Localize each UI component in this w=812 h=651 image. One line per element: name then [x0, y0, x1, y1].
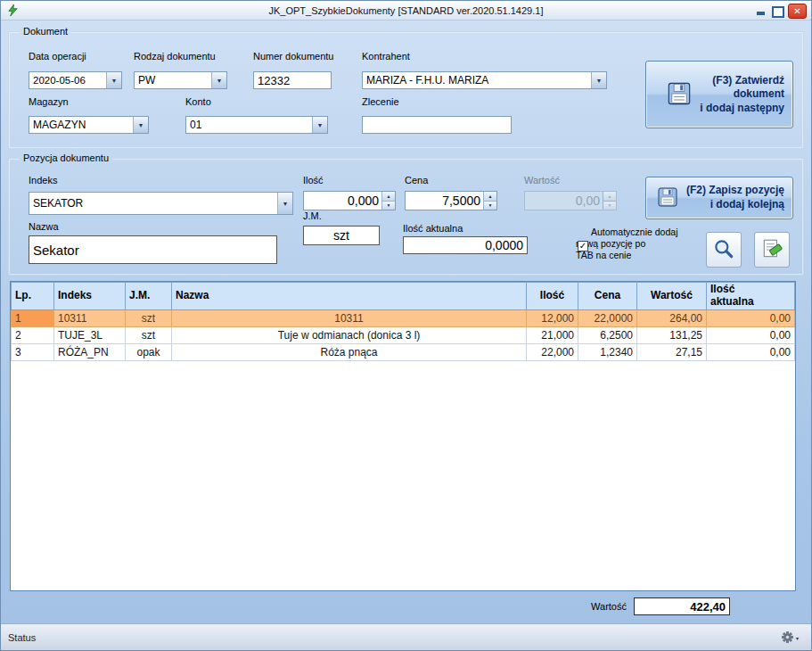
data-operacji-combo[interactable]: 2020-05-06 ▼	[29, 71, 122, 89]
cell-indeks[interactable]: 10311	[54, 309, 126, 326]
magazyn-label: Magazyn	[29, 96, 69, 107]
zlecenie-input[interactable]	[362, 116, 512, 134]
ilosc-spinner[interactable]: 0,000 ▲ ▼	[303, 191, 396, 210]
search-button[interactable]	[706, 232, 742, 268]
indeks-combo[interactable]: SEKATOR ▼	[29, 192, 293, 215]
zapisz-pozycje-button[interactable]: (F2) Zapisz pozycję i dodaj kolejną	[645, 177, 793, 219]
cell-ilosc[interactable]: 21,000	[527, 326, 578, 343]
spin-up-icon: ▲	[603, 192, 616, 201]
chevron-down-icon: ▾	[796, 635, 799, 641]
col-header-wartosc[interactable]: Wartość	[637, 283, 707, 310]
spin-up-icon[interactable]: ▲	[484, 192, 496, 201]
spin-up-icon[interactable]: ▲	[382, 192, 395, 201]
ilosc-aktualna-field: 0,0000	[403, 236, 528, 254]
auto-add-checkbox[interactable]: ✓	[578, 241, 588, 251]
jm-label: J.M.	[303, 210, 322, 221]
gear-icon	[781, 630, 794, 646]
clear-button[interactable]	[754, 232, 790, 268]
chevron-down-icon[interactable]: ▼	[133, 117, 148, 133]
col-header-indeks[interactable]: Indeks	[54, 283, 126, 310]
rodzaj-dokumentu-label: Rodzaj dokumentu	[134, 51, 216, 62]
data-operacji-label: Data operacji	[29, 51, 86, 62]
col-header-ilosc-aktualna[interactable]: Ilość aktualna	[707, 283, 795, 310]
col-header-cena[interactable]: Cena	[578, 283, 637, 310]
cell-wartosc[interactable]: 27,15	[637, 343, 707, 360]
cell-wartosc[interactable]: 264,00	[637, 309, 707, 326]
kontrahent-combo[interactable]: MARIZA - F.H.U. MARIZA ▼	[362, 71, 607, 89]
chevron-down-icon[interactable]: ▼	[106, 72, 121, 88]
cell-lp[interactable]: 2	[12, 326, 54, 343]
save-icon	[667, 81, 692, 109]
cell-ilosc[interactable]: 12,000	[527, 309, 578, 326]
konto-combo[interactable]: 01 ▼	[185, 116, 328, 134]
cell-lp[interactable]: 1	[12, 309, 54, 326]
spin-down-icon: ▼	[603, 201, 616, 210]
minimize-button[interactable]	[754, 4, 768, 18]
ilosc-aktualna-label: Ilość aktualna	[403, 223, 463, 234]
table-row[interactable]: 2TUJE_3LsztTuje w odmianach (donica 3 l)…	[12, 326, 795, 343]
pozycja-groupbox: Pozycja dokumentu Indeks SEKATOR ▼ Ilość…	[8, 158, 804, 276]
close-button[interactable]: ✕	[788, 4, 807, 19]
cell-nazwa[interactable]: Tuje w odmianach (donica 3 l)	[172, 326, 527, 343]
erase-icon	[760, 237, 783, 263]
cell-ilosc[interactable]: 22,000	[527, 343, 578, 360]
cell-jm[interactable]: szt	[126, 309, 172, 326]
chevron-down-icon[interactable]: ▼	[277, 193, 292, 214]
spin-down-icon[interactable]: ▼	[382, 201, 395, 210]
cena-value[interactable]: 7,5000	[406, 192, 483, 210]
ilosc-label: Ilość	[303, 175, 324, 185]
col-header-nazwa[interactable]: Nazwa	[172, 283, 527, 310]
window-title: JK_OPT_SzybkieDokumenty [STANDARD ver.20…	[1, 5, 811, 16]
maximize-button[interactable]	[772, 6, 784, 18]
cell-ilosc-aktualna[interactable]: 0,00	[707, 309, 795, 326]
cell-cena[interactable]: 6,2500	[578, 326, 637, 343]
auto-add-label[interactable]: Automatycznie dodaj nową pozycję po TAB …	[576, 227, 677, 260]
cell-ilosc-aktualna[interactable]: 0,00	[707, 326, 795, 343]
dokument-legend: Dokument	[20, 26, 71, 37]
jm-field: szt	[303, 226, 380, 245]
search-icon	[712, 237, 735, 263]
rodzaj-dokumentu-combo[interactable]: PW ▼	[134, 71, 227, 89]
chevron-down-icon[interactable]: ▼	[312, 117, 327, 133]
grid-header-row: Lp. Indeks J.M. Nazwa Ilość Cena Wartość…	[12, 283, 795, 310]
cell-cena[interactable]: 1,2340	[578, 343, 637, 360]
settings-button[interactable]: ▾	[781, 630, 799, 646]
zlecenie-label: Zlecenie	[362, 96, 399, 107]
numer-dokumentu-input[interactable]: 12332	[253, 71, 332, 89]
cell-jm[interactable]: szt	[126, 326, 172, 343]
konto-value: 01	[186, 117, 312, 133]
cell-indeks[interactable]: RÓŻA_PN	[54, 343, 126, 360]
cell-ilosc-aktualna[interactable]: 0,00	[707, 343, 795, 360]
data-operacji-value: 2020-05-06	[29, 72, 106, 88]
positions-grid: Lp. Indeks J.M. Nazwa Ilość Cena Wartość…	[10, 281, 796, 591]
cell-nazwa[interactable]: 10311	[172, 309, 527, 326]
wartosc-label: Wartość	[524, 175, 560, 185]
zatwierdz-button-label: (F3) Zatwierdź dokument i dodaj następny	[700, 74, 784, 116]
table-row[interactable]: 3RÓŻA_PNopakRóża pnąca22,0001,234027,150…	[12, 343, 795, 360]
cena-spinner[interactable]: 7,5000 ▲ ▼	[405, 191, 497, 210]
table-row[interactable]: 110311szt1031112,00022,0000264,000,00	[12, 309, 795, 326]
spin-down-icon[interactable]: ▼	[484, 201, 496, 210]
nazwa-input[interactable]: Sekator	[29, 235, 277, 264]
cell-jm[interactable]: opak	[126, 343, 172, 360]
auto-add-option[interactable]: ✓ Automatycznie dodaj nową pozycję po TA…	[576, 227, 701, 261]
app-window: JK_OPT_SzybkieDokumenty [STANDARD ver.20…	[0, 0, 812, 651]
save-icon	[657, 186, 678, 210]
nazwa-label: Nazwa	[29, 221, 59, 232]
chevron-down-icon[interactable]: ▼	[591, 72, 606, 88]
col-header-lp[interactable]: Lp.	[12, 283, 54, 310]
chevron-down-icon[interactable]: ▼	[211, 72, 226, 88]
cell-nazwa[interactable]: Róża pnąca	[172, 343, 527, 360]
zatwierdz-dokument-button[interactable]: (F3) Zatwierdź dokument i dodaj następny	[645, 61, 793, 128]
grid-body: 110311szt1031112,00022,0000264,000,002TU…	[12, 309, 795, 360]
wartosc-value: 0,00	[525, 192, 603, 210]
col-header-ilosc[interactable]: Ilość	[527, 283, 578, 310]
magazyn-combo[interactable]: MAGAZYN ▼	[29, 116, 149, 134]
wartosc-spinner: 0,00 ▲ ▼	[524, 191, 617, 210]
ilosc-value[interactable]: 0,000	[304, 192, 381, 210]
cell-indeks[interactable]: TUJE_3L	[54, 326, 126, 343]
col-header-jm[interactable]: J.M.	[126, 283, 172, 310]
cell-lp[interactable]: 3	[12, 343, 54, 360]
cell-wartosc[interactable]: 131,25	[637, 326, 707, 343]
cell-cena[interactable]: 22,0000	[578, 309, 637, 326]
